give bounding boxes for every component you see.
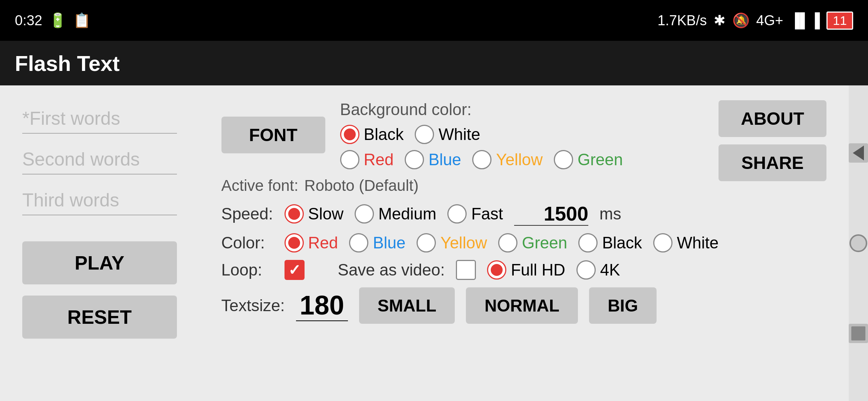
fullhd-option[interactable]: Full HD [487,260,565,280]
bg-white-label: White [438,125,480,144]
color-yellow-option[interactable]: Yellow [417,233,487,252]
bg-green-radio[interactable] [554,150,573,169]
color-yellow-label: Yellow [440,234,487,252]
save-as-video-checkbox[interactable] [456,260,476,280]
bg-red-label: Red [364,150,394,169]
textsize-value: 180 [296,290,348,321]
bg-green-label: Green [578,150,623,169]
normal-button[interactable]: NORMAL [466,287,578,324]
speed-medium-label: Medium [378,205,437,223]
triangle-left-icon [853,146,864,160]
about-share-col: ABOUT SHARE [719,100,826,181]
4k-option[interactable]: 4K [576,260,620,280]
bg-yellow-option[interactable]: Yellow [472,150,543,169]
bg-black-radio[interactable] [340,125,359,144]
big-button[interactable]: BIG [589,287,657,324]
color-black-option[interactable]: Black [578,233,642,252]
play-button[interactable]: PLAY [22,241,177,284]
checkmark-icon: ✓ [288,261,301,278]
color-red-option[interactable]: Red [285,233,338,252]
home-nav-button[interactable] [849,234,867,252]
bg-black-option[interactable]: Black [340,125,404,144]
bg-blue-option[interactable]: Blue [405,150,461,169]
bg-yellow-label: Yellow [496,150,543,169]
color-white-radio[interactable] [653,233,673,252]
speed-fast-label: Fast [471,205,503,223]
ms-label: ms [599,205,621,223]
title-bar: Flash Text [0,41,868,85]
battery-display: 11 [826,12,853,30]
speed-label: Speed: [221,205,273,223]
reset-button[interactable]: RESET [22,296,177,339]
fullhd-label: Full HD [511,261,565,279]
status-right: 1.7KB/s ✱ 🔕 4G+ ▐▌▐ 11 [657,12,853,30]
speed-medium-option[interactable]: Medium [355,204,437,224]
bg-black-label: Black [364,125,404,144]
recents-nav-button[interactable] [849,324,868,343]
bg-color-row2: Red Blue Yellow [340,150,623,169]
4k-radio[interactable] [576,260,596,280]
color-red-radio[interactable] [285,233,304,252]
bluetooth-icon: ✱ [714,12,726,29]
bg-white-option[interactable]: White [415,125,480,144]
back-nav-button[interactable] [849,143,868,163]
share-button[interactable]: SHARE [719,144,826,181]
speed-slow-radio[interactable] [285,204,304,224]
speed-display: 1.7KB/s [657,13,707,29]
bg-color-label: Background color: [340,100,623,119]
speed-slow-option[interactable]: Slow [285,204,343,224]
bg-blue-radio[interactable] [405,150,424,169]
color-yellow-radio[interactable] [417,233,436,252]
loop-save-row: Loop: ✓ Save as video: Full HD 4K [221,260,719,280]
color-green-option[interactable]: Green [498,233,567,252]
bg-red-option[interactable]: Red [340,150,394,169]
main-content: PLAY RESET FONT Background color: [0,85,868,401]
active-font-row: Active font: Roboto (Default) [221,177,719,195]
bg-white-radio[interactable] [415,125,434,144]
color-blue-radio[interactable] [349,233,368,252]
speed-value-input[interactable] [514,202,588,226]
right-edge-nav [849,85,868,401]
color-white-option[interactable]: White [653,233,719,252]
speed-slow-label: Slow [308,205,343,223]
active-font-label: Active font: [221,177,299,195]
color-black-radio[interactable] [578,233,598,252]
bg-red-radio[interactable] [340,150,359,169]
second-words-input[interactable] [22,145,177,175]
battery-icon: 🔋 [49,12,66,29]
save-as-video-label: Save as video: [338,261,445,279]
status-bar: 0:32 🔋 📋 1.7KB/s ✱ 🔕 4G+ ▐▌▐ 11 [0,0,868,41]
time-display: 0:32 [15,13,42,29]
color-black-label: Black [602,234,642,252]
loop-checkbox[interactable]: ✓ [285,260,305,280]
color-green-label: Green [522,234,567,252]
about-button[interactable]: ABOUT [719,100,826,137]
left-panel: PLAY RESET [0,85,199,401]
speed-medium-radio[interactable] [355,204,374,224]
signal-icon: ▐▌▐ [790,13,820,29]
bg-color-row1: Black White [340,125,623,144]
bg-green-option[interactable]: Green [554,150,623,169]
small-button[interactable]: SMALL [359,287,455,324]
color-green-radio[interactable] [498,233,517,252]
status-left: 0:32 🔋 📋 [15,12,91,29]
bg-color-section: Background color: Black White [340,100,623,169]
textsize-label: Textsize: [221,296,285,315]
color-blue-option[interactable]: Blue [349,233,405,252]
mute-icon: 🔕 [732,12,750,29]
speed-fast-option[interactable]: Fast [447,204,503,224]
first-words-input[interactable] [22,104,177,134]
font-button[interactable]: FONT [221,117,325,153]
speed-fast-radio[interactable] [447,204,467,224]
speed-row: Speed: Slow Medium Fast ms [221,202,719,226]
loop-label: Loop: [221,261,273,279]
bg-yellow-radio[interactable] [472,150,491,169]
fullhd-radio[interactable] [487,260,506,280]
third-words-input[interactable] [22,186,177,215]
top-row: FONT Background color: Black White [221,100,826,324]
color-label: Color: [221,234,273,252]
color-blue-label: Blue [373,234,405,252]
color-row: Color: Red Blue Yellow [221,233,719,252]
textsize-row: Textsize: 180 SMALL NORMAL BIG [221,287,719,324]
app-title: Flash Text [15,51,120,76]
